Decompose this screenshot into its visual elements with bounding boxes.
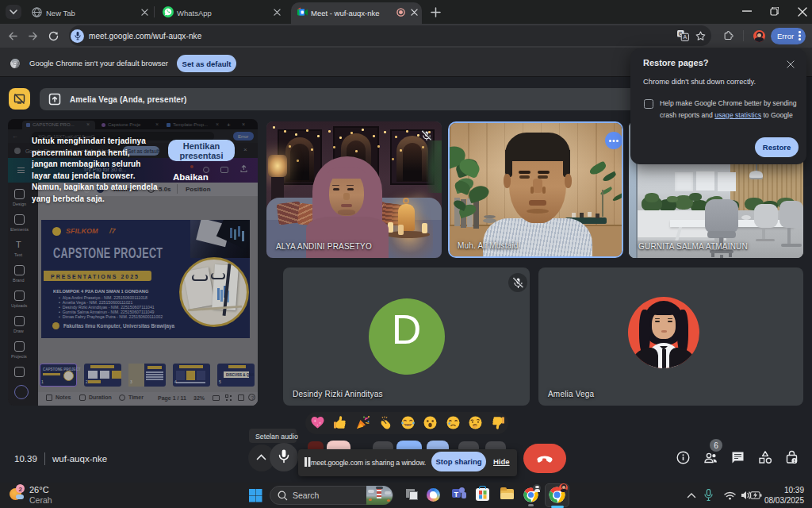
svg-text:A: A (684, 34, 688, 40)
